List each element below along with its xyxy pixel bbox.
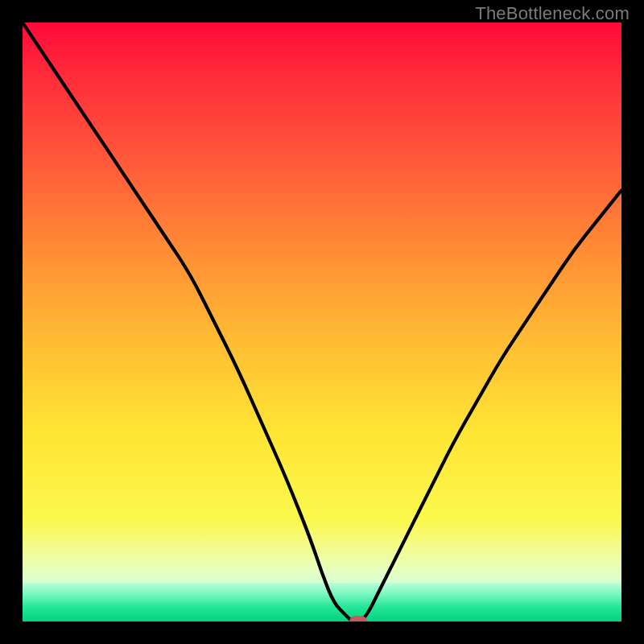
watermark-text: TheBottleneck.com — [475, 3, 630, 24]
plot-area — [23, 23, 621, 621]
optimum-marker — [349, 616, 367, 621]
chart-frame: TheBottleneck.com — [0, 0, 644, 644]
bottleneck-curve — [23, 23, 621, 621]
